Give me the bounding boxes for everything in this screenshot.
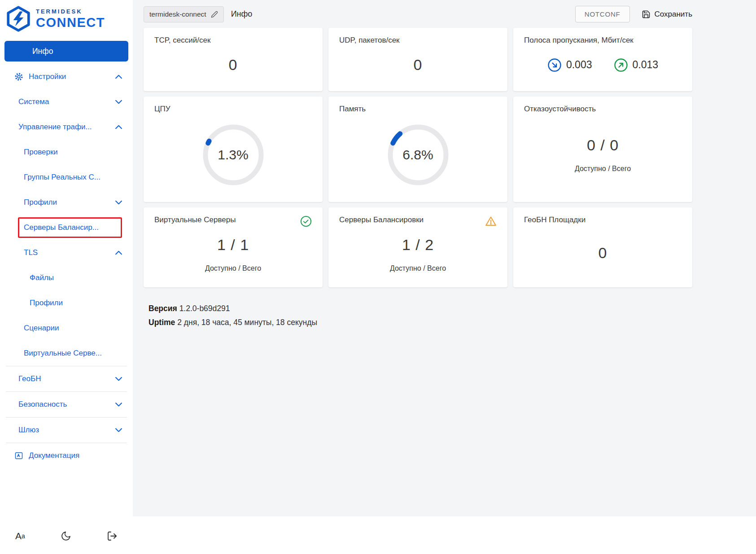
sidebar-item-virtual-servers[interactable]: Виртуальные Серве...: [0, 341, 133, 366]
sidebar-item-checks[interactable]: Проверки: [0, 140, 133, 165]
sidebar-item-label: Файлы: [30, 273, 54, 282]
tcp-value: 0: [229, 56, 238, 74]
sidebar-item-gateway[interactable]: Шлюз: [0, 418, 133, 443]
card-title: UDP, пакетов/сек: [339, 36, 497, 45]
udp-value: 0: [414, 56, 423, 74]
balancer-servers-value: 1 / 2: [402, 236, 434, 254]
sidebar-item-label: Серверы Балансир...: [24, 223, 99, 232]
save-floppy-icon: [642, 10, 651, 19]
sidebar-item-label: Виртуальные Серве...: [24, 349, 102, 358]
sidebar-item-label: Документация: [29, 451, 79, 460]
topbar: termidesk-connect Инфо NOTCONF: [133, 0, 756, 28]
card-udp: UDP, пакетов/сек 0: [328, 28, 507, 91]
chevron-down-icon: [115, 428, 122, 432]
failover-caption: Доступно / Всего: [575, 165, 631, 173]
chevron-up-icon: [115, 75, 122, 79]
uptime-line: Uptime 2 дня, 18 часа, 45 минуты, 18 сек…: [149, 316, 745, 330]
sidebar-item-label: Профили: [30, 299, 63, 308]
chevron-down-icon: [115, 403, 122, 407]
chevron-up-icon: [115, 251, 122, 255]
version-value: 1.2.0-b69d291: [179, 304, 230, 313]
version-line: Версия 1.2.0-b69d291: [149, 302, 745, 316]
uptime-value: 2 дня, 18 часа, 45 минуты, 18 секунды: [177, 318, 317, 327]
sidebar: TERMIDESK CONNECT Инфо Настройки: [0, 0, 133, 554]
card-title: Полоса пропускания, Мбит/сек: [524, 36, 682, 45]
cpu-gauge: 1.3%: [201, 122, 266, 188]
save-button[interactable]: Сохранить: [642, 10, 692, 19]
sidebar-item-label: Настройки: [29, 72, 66, 81]
card-tcp: TCP, сессий/сек 0: [144, 28, 323, 91]
memory-value: 6.8%: [385, 122, 451, 188]
sidebar-item-tls-files[interactable]: Файлы: [0, 265, 133, 290]
bandwidth-outbound: 0.013: [614, 58, 659, 72]
document-icon: [14, 451, 23, 460]
arrow-down-right-icon: [547, 58, 562, 72]
card-title: Память: [339, 105, 497, 114]
virtual-servers-caption: Доступно / Всего: [205, 264, 261, 273]
status-warning-icon: [485, 215, 497, 227]
card-title: TCP, сессий/сек: [154, 36, 312, 45]
sidebar-item-profiles[interactable]: Профили: [0, 190, 133, 215]
sidebar-item-label: ГеоБН: [18, 374, 41, 383]
sidebar-item-label: Группы Реальных С...: [24, 173, 101, 182]
sidebar-item-label: Система: [18, 97, 49, 106]
app: TERMIDESK CONNECT Инфо Настройки: [0, 0, 756, 554]
card-title: ГеоБН Площадки: [524, 215, 682, 224]
bandwidth-inbound-value: 0.003: [566, 59, 592, 71]
language-toggle-icon[interactable]: Aа: [15, 531, 25, 541]
edit-pencil-icon[interactable]: [211, 11, 218, 18]
sidebar-item-geobn[interactable]: ГеоБН: [0, 366, 133, 391]
sidebar-item-real-server-groups[interactable]: Группы Реальных С...: [0, 165, 133, 190]
sidebar-item-security[interactable]: Безопасность: [0, 392, 133, 417]
sidebar-footer: Aа: [0, 523, 133, 554]
card-title: Отказоустойчивость: [524, 105, 682, 114]
logout-icon[interactable]: [107, 531, 118, 541]
virtual-servers-value: 1 / 1: [217, 236, 249, 254]
brand-hexagon-icon: [5, 6, 31, 32]
gear-icon: [14, 72, 23, 81]
card-title: Серверы Балансировки: [339, 215, 424, 224]
memory-gauge: 6.8%: [385, 122, 451, 188]
sidebar-item-info[interactable]: Инфо: [4, 41, 128, 62]
sidebar-item-settings[interactable]: Настройки: [0, 64, 133, 89]
sidebar-item-tls-profiles[interactable]: Профили: [0, 290, 133, 316]
sidebar-item-traffic-management[interactable]: Управление трафи...: [0, 114, 133, 140]
arrow-up-right-icon: [614, 58, 628, 72]
sidebar-item-label: Управление трафи...: [18, 123, 92, 132]
bandwidth-inbound: 0.003: [547, 58, 592, 72]
card-balancer-servers: Серверы Балансировки 1 / 2 Доступно / Вс…: [328, 207, 507, 287]
failover-value: 0 / 0: [587, 136, 619, 154]
card-virtual-servers: Виртуальные Серверы 1 / 1 Доступно / Все…: [144, 207, 323, 287]
sidebar-item-label: Профили: [24, 198, 57, 207]
sidebar-item-documentation[interactable]: Документация: [0, 443, 133, 468]
sidebar-item-label: Проверки: [24, 148, 58, 157]
sidebar-item-tls[interactable]: TLS: [0, 240, 133, 265]
main-content: termidesk-connect Инфо NOTCONF: [133, 0, 756, 554]
chevron-down-icon: [115, 201, 122, 205]
sidebar-item-label: Безопасность: [18, 400, 67, 409]
system-meta: Версия 1.2.0-b69d291 Uptime 2 дня, 18 ча…: [149, 302, 745, 330]
card-bandwidth: Полоса пропускания, Мбит/сек 0.0: [513, 28, 692, 91]
sidebar-item-label: Шлюз: [18, 426, 39, 435]
hostname-chip[interactable]: termidesk-connect: [144, 6, 224, 22]
chevron-down-icon: [115, 377, 122, 381]
chevron-down-icon: [115, 100, 122, 104]
dark-mode-moon-icon[interactable]: [61, 531, 71, 541]
brand-name-top: TERMIDESK: [36, 8, 105, 15]
brand-name-bottom: CONNECT: [36, 15, 105, 30]
card-title: Виртуальные Серверы: [154, 215, 236, 224]
balancer-servers-caption: Доступно / Всего: [390, 264, 446, 273]
card-cpu: ЦПУ 1.3%: [144, 97, 323, 202]
version-label: Версия: [149, 304, 177, 313]
sidebar-nav: Инфо Настройки Система: [0, 36, 133, 468]
notconf-button[interactable]: NOTCONF: [575, 6, 630, 22]
sidebar-item-label: Сценарии: [24, 324, 59, 333]
sidebar-item-system[interactable]: Система: [0, 89, 133, 114]
hostname-text: termidesk-connect: [149, 10, 206, 18]
sidebar-item-scenarios[interactable]: Сценарии: [0, 316, 133, 341]
bandwidth-outbound-value: 0.013: [633, 59, 659, 71]
sidebar-item-balancer-servers[interactable]: Серверы Балансир...: [0, 215, 133, 240]
cpu-value: 1.3%: [201, 122, 266, 188]
geo-sites-value: 0: [599, 244, 607, 262]
footer-strip: [133, 516, 756, 554]
